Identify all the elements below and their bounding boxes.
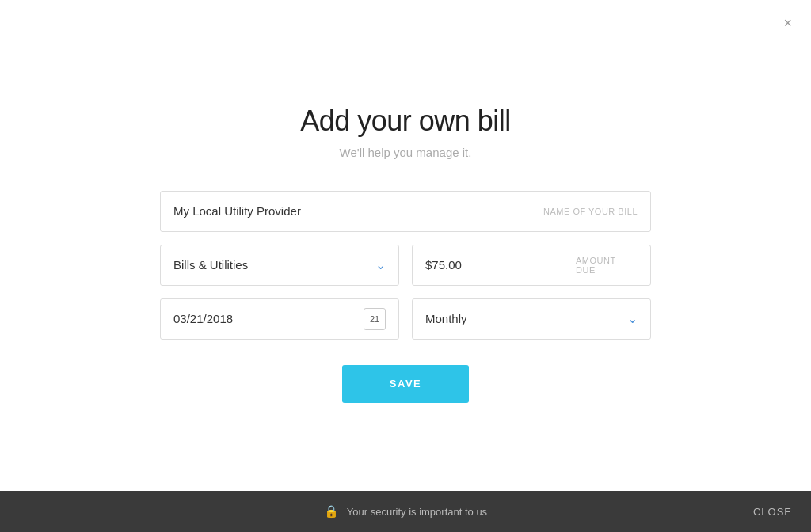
- footer-security-text: Your security is important to us: [347, 506, 487, 518]
- modal-overlay: × Add your own bill We'll help you manag…: [0, 0, 811, 532]
- calendar-day-label: 21: [370, 314, 379, 324]
- form-container: NAME OF YOUR BILL Bills & Utilities ⌄ AM…: [160, 191, 651, 403]
- save-button[interactable]: SAVE: [342, 365, 469, 403]
- amount-placeholder-label: AMOUNT DUE: [576, 256, 638, 275]
- date-frequency-row: 21 Monthly ⌄: [160, 298, 651, 340]
- footer-close-button[interactable]: CLOSE: [753, 506, 792, 518]
- modal-content: Add your own bill We'll help you manage …: [0, 0, 811, 491]
- amount-input[interactable]: [425, 258, 576, 272]
- frequency-select[interactable]: Monthly ⌄: [412, 298, 651, 340]
- frequency-select-value: Monthly: [425, 312, 627, 325]
- bill-name-placeholder-label: NAME OF YOUR BILL: [543, 207, 638, 216]
- footer-security-container: 🔒 Your security is important to us: [324, 504, 487, 519]
- modal-subtitle: We'll help you manage it.: [340, 146, 472, 159]
- category-select[interactable]: Bills & Utilities ⌄: [160, 245, 399, 286]
- lock-icon: 🔒: [324, 504, 339, 519]
- bill-name-input[interactable]: [173, 204, 543, 218]
- date-input[interactable]: [173, 312, 364, 325]
- amount-field[interactable]: AMOUNT DUE: [412, 245, 651, 286]
- bill-name-field[interactable]: NAME OF YOUR BILL: [160, 191, 651, 232]
- category-chevron-icon: ⌄: [375, 257, 386, 272]
- calendar-icon[interactable]: 21: [364, 308, 386, 330]
- modal-footer: 🔒 Your security is important to us CLOSE: [0, 491, 811, 532]
- save-button-container: SAVE: [160, 365, 651, 403]
- frequency-chevron-icon: ⌄: [627, 311, 638, 326]
- category-select-value: Bills & Utilities: [173, 258, 375, 272]
- category-amount-row: Bills & Utilities ⌄ AMOUNT DUE: [160, 245, 651, 286]
- date-field[interactable]: 21: [160, 298, 399, 340]
- modal-title: Add your own bill: [300, 104, 511, 138]
- close-x-button[interactable]: ×: [783, 16, 792, 30]
